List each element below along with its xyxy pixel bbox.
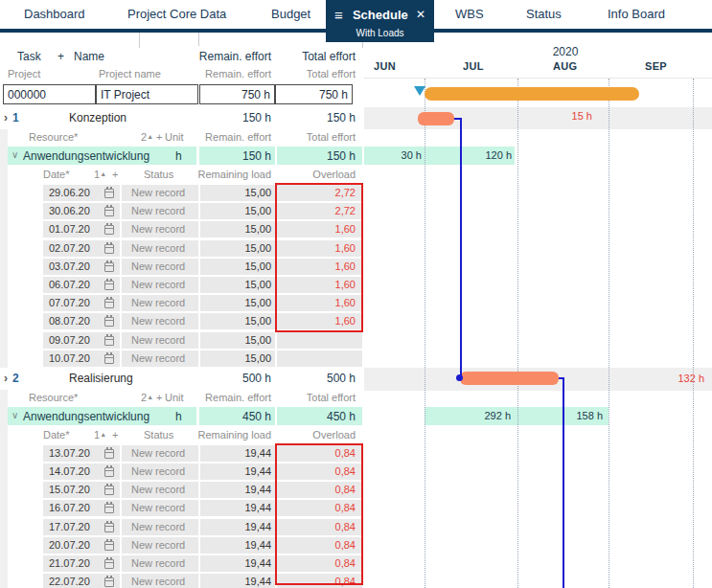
nav-item-budget[interactable]: Budget xyxy=(271,0,310,29)
close-icon[interactable]: ✕ xyxy=(416,8,425,21)
collapse-chevron-icon[interactable]: ∨ xyxy=(11,149,18,160)
project-name-field[interactable] xyxy=(96,84,198,104)
status-cell[interactable]: New record xyxy=(122,482,198,498)
status-cell[interactable]: New record xyxy=(122,185,198,201)
remaining-load-cell[interactable]: 15,00 xyxy=(200,295,275,311)
resource-row[interactable]: ∨ Anwendungsentwicklung h 450 h 450 h xyxy=(0,407,364,425)
date-cell[interactable]: 20.07.20 xyxy=(43,537,120,554)
calendar-icon[interactable] xyxy=(104,281,114,290)
calendar-icon[interactable] xyxy=(104,449,114,459)
remaining-load-cell[interactable]: 19,44 xyxy=(200,500,275,516)
calendar-icon[interactable] xyxy=(104,486,114,495)
calendar-icon[interactable] xyxy=(104,299,114,308)
tab-schedule[interactable]: ≡ Schedule ✕ With Loads xyxy=(326,0,434,42)
add-resource-button[interactable]: + xyxy=(156,392,162,403)
task-row[interactable]: › 1 Konzeption 150 h 150 h xyxy=(0,107,364,129)
date-cell[interactable]: 01.07.20 xyxy=(43,221,120,237)
project-total-field[interactable] xyxy=(275,84,353,104)
calendar-icon[interactable] xyxy=(104,244,114,254)
status-cell[interactable]: New record xyxy=(122,574,198,588)
date-cell[interactable]: 06.07.20 xyxy=(43,277,120,293)
expand-chevron-icon[interactable]: › xyxy=(4,372,8,385)
calendar-icon[interactable] xyxy=(104,207,114,216)
project-remain-field[interactable] xyxy=(199,84,275,104)
add-resource-button[interactable]: + xyxy=(156,131,162,143)
remaining-load-cell[interactable]: 15,00 xyxy=(200,185,275,201)
status-cell[interactable]: New record xyxy=(122,240,198,257)
remaining-load-cell[interactable]: 15,00 xyxy=(200,259,275,275)
calendar-icon[interactable] xyxy=(104,577,114,587)
remaining-load-cell[interactable]: 19,44 xyxy=(200,445,275,462)
status-cell[interactable]: New record xyxy=(122,351,198,367)
status-cell[interactable]: New record xyxy=(122,464,198,480)
remaining-load-cell[interactable]: 19,44 xyxy=(200,464,275,480)
remaining-load-cell[interactable]: 15,00 xyxy=(200,221,275,237)
remaining-load-cell[interactable]: 15,00 xyxy=(200,240,275,257)
status-cell[interactable]: New record xyxy=(122,295,198,311)
nav-item-project-core-data[interactable]: Project Core Data xyxy=(127,0,226,29)
calendar-icon[interactable] xyxy=(104,189,114,198)
add-task-button[interactable]: + xyxy=(57,50,64,63)
status-cell[interactable]: New record xyxy=(122,277,198,293)
remaining-load-cell[interactable]: 15,00 xyxy=(200,332,275,349)
date-cell[interactable]: 16.07.20 xyxy=(43,500,120,516)
date-cell[interactable]: 15.07.20 xyxy=(43,482,120,498)
date-cell[interactable]: 21.07.20 xyxy=(43,555,120,572)
status-cell[interactable]: New record xyxy=(122,519,198,535)
add-date-button[interactable]: + xyxy=(112,429,118,441)
date-cell[interactable]: 03.07.20 xyxy=(43,259,120,275)
date-cell[interactable]: 17.07.20 xyxy=(43,519,120,535)
calendar-icon[interactable] xyxy=(104,559,114,569)
status-cell[interactable]: New record xyxy=(122,500,198,516)
status-cell[interactable]: New record xyxy=(122,445,198,462)
date-cell[interactable]: 29.06.20 xyxy=(43,185,120,201)
remaining-load-cell[interactable]: 15,00 xyxy=(200,351,275,367)
date-cell[interactable]: 08.07.20 xyxy=(43,313,120,329)
status-cell[interactable]: New record xyxy=(122,313,198,329)
calendar-icon[interactable] xyxy=(104,467,114,477)
date-cell[interactable]: 10.07.20 xyxy=(43,351,120,367)
remaining-load-cell[interactable]: 15,00 xyxy=(200,203,275,219)
status-cell[interactable]: New record xyxy=(122,332,198,349)
task-row[interactable]: › 2 Realisierung 500 h 500 h xyxy=(0,368,364,390)
menu-icon[interactable]: ≡ xyxy=(334,7,343,23)
resource-row[interactable]: ∨ Anwendungsentwicklung h 150 h 150 h xyxy=(0,147,364,165)
nav-item-wbs[interactable]: WBS xyxy=(455,0,484,29)
calendar-icon[interactable] xyxy=(104,225,114,235)
calendar-icon[interactable] xyxy=(104,541,114,551)
remaining-load-cell[interactable]: 15,00 xyxy=(200,313,275,329)
calendar-icon[interactable] xyxy=(104,504,114,513)
column-divider[interactable] xyxy=(198,33,199,46)
resource-sort-button[interactable]: 2▲ xyxy=(141,392,153,403)
status-cell[interactable]: New record xyxy=(122,259,198,275)
calendar-icon[interactable] xyxy=(104,262,114,272)
task1-gantt-bar[interactable] xyxy=(418,112,454,125)
remaining-load-cell[interactable]: 15,00 xyxy=(200,277,275,293)
task2-gantt-bar[interactable] xyxy=(460,372,559,385)
calendar-icon[interactable] xyxy=(104,523,114,532)
remaining-load-cell[interactable]: 19,44 xyxy=(200,537,275,554)
expand-chevron-icon[interactable]: › xyxy=(4,111,8,124)
remaining-load-cell[interactable]: 19,44 xyxy=(200,519,275,535)
date-cell[interactable]: 30.06.20 xyxy=(43,203,120,219)
calendar-icon[interactable] xyxy=(104,336,114,346)
collapse-chevron-icon[interactable]: ∨ xyxy=(11,410,18,420)
project-id-field[interactable] xyxy=(3,84,96,104)
calendar-icon[interactable] xyxy=(104,354,114,364)
remaining-load-cell[interactable]: 19,44 xyxy=(200,555,275,572)
date-cell[interactable]: 07.07.20 xyxy=(43,295,120,311)
remaining-load-cell[interactable]: 19,44 xyxy=(200,574,275,588)
date-cell[interactable]: 02.07.20 xyxy=(43,240,120,257)
column-divider[interactable] xyxy=(139,33,140,48)
date-sort-button[interactable]: 1▲ xyxy=(94,169,106,180)
status-cell[interactable]: New record xyxy=(122,555,198,572)
date-cell[interactable]: 14.07.20 xyxy=(43,464,120,480)
project-gantt-bar[interactable] xyxy=(425,87,639,101)
date-cell[interactable]: 13.07.20 xyxy=(43,445,120,462)
date-sort-button[interactable]: 1▲ xyxy=(94,429,106,441)
status-cell[interactable]: New record xyxy=(122,221,198,237)
date-cell[interactable]: 22.07.20 xyxy=(43,574,120,588)
nav-item-info-board[interactable]: Info Board xyxy=(608,0,665,29)
status-cell[interactable]: New record xyxy=(122,537,198,554)
resource-sort-button[interactable]: 2▲ xyxy=(141,131,153,143)
